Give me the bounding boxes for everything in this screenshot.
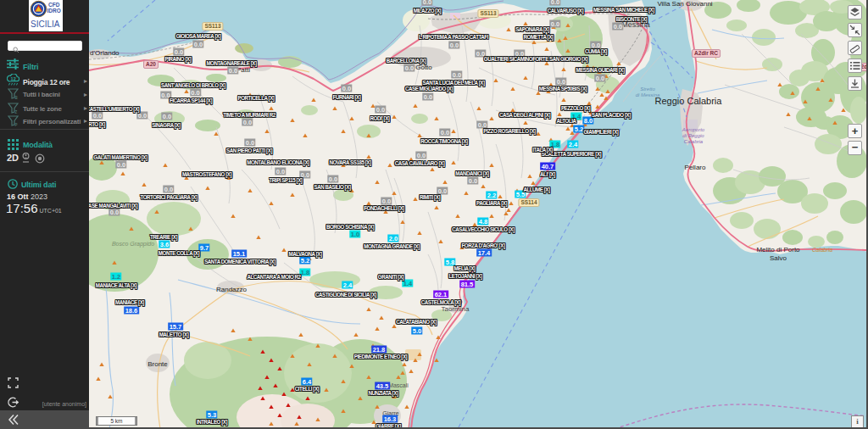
svg-text:IDRO: IDRO — [47, 8, 61, 14]
svg-text:Z: Z — [15, 110, 18, 114]
svg-text:P: P — [15, 123, 18, 127]
svg-text:SICILIA: SICILIA — [31, 20, 60, 29]
svg-text:B: B — [15, 96, 19, 100]
svg-text:CFD: CFD — [48, 2, 60, 8]
svg-text:12: 12 — [11, 76, 16, 81]
